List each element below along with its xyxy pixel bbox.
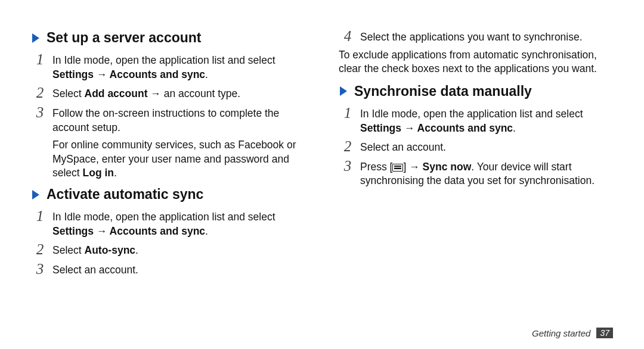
note-tail: .: [114, 167, 117, 179]
step-number: 3: [33, 105, 47, 120]
step-item: 1 In Idle mode, open the application lis…: [31, 52, 305, 83]
step-tail: .: [205, 225, 208, 237]
step-text: In Idle mode, open the application list …: [360, 108, 583, 120]
step-text: Select an account.: [52, 263, 305, 278]
step-number: 4: [341, 29, 354, 43]
step-body: In Idle mode, open the application list …: [52, 52, 305, 83]
section-heading: Synchronise data manually: [339, 82, 613, 101]
right-column: 4 Select the applications you want to sy…: [339, 29, 613, 281]
page-number-badge: 37: [596, 328, 613, 338]
step-text: Follow the on-screen instructions to com…: [52, 107, 305, 135]
step-text: Select: [52, 244, 85, 256]
step-number: 1: [33, 52, 47, 67]
menu-icon: [392, 164, 403, 172]
step-number: 2: [33, 242, 47, 257]
section-heading: Activate automatic sync: [31, 185, 305, 204]
step-item: 2 Select Add account → an account type.: [31, 85, 305, 102]
step-number: 3: [341, 158, 354, 173]
section-title: Set up a server account: [47, 29, 202, 47]
step-body: Select an account.: [360, 139, 613, 156]
section-title: Activate automatic sync: [47, 185, 203, 204]
step-tail: .: [513, 122, 516, 134]
step-text: In Idle mode, open the application list …: [52, 54, 275, 66]
left-column: Set up a server account 1 In Idle mode, …: [31, 29, 305, 281]
step-tail: → an account type.: [147, 88, 240, 99]
step-bold: Sync now: [423, 161, 472, 173]
step-text: Press [: [360, 161, 392, 173]
step-body: In Idle mode, open the application list …: [52, 208, 305, 239]
step-number: 3: [33, 261, 47, 276]
step-text: Select an account.: [360, 141, 613, 155]
step-item: 3 Press [] → Sync now. Your device will …: [339, 158, 613, 189]
chevron-right-icon: [32, 33, 39, 43]
paragraph: To exclude applications from automatic s…: [339, 48, 613, 76]
step-tail: .: [205, 68, 208, 80]
step-bold: Add account: [85, 88, 148, 99]
step-body: Select an account.: [52, 261, 305, 279]
step-number: 1: [341, 105, 354, 120]
step-body: Select Auto-sync.: [52, 242, 305, 259]
step-bold: Auto-sync: [85, 244, 136, 256]
step-body: Select the applications you want to sync…: [360, 29, 613, 46]
step-tail: .: [135, 244, 138, 256]
step-body: Follow the on-screen instructions to com…: [52, 105, 305, 136]
step-body: In Idle mode, open the application list …: [360, 105, 613, 136]
step-item: 3 Select an account.: [31, 261, 305, 279]
note-bold: Log in: [83, 167, 114, 179]
step-text: Select the applications you want to sync…: [360, 30, 613, 45]
step-item: 1 In Idle mode, open the application lis…: [339, 105, 613, 136]
step-item: 1 In Idle mode, open the application lis…: [31, 208, 305, 239]
step-text: Select: [52, 88, 85, 99]
step-bold: Settings → Accounts and sync: [52, 225, 205, 237]
step-item: 3 Follow the on-screen instructions to c…: [31, 105, 305, 136]
page-footer: Getting started 37: [532, 328, 613, 338]
step-body: Press [] → Sync now. Your device will st…: [360, 158, 613, 189]
chevron-right-icon: [32, 190, 39, 200]
step-text: In Idle mode, open the application list …: [52, 211, 275, 223]
section-heading: Set up a server account: [31, 29, 305, 47]
step-bold: Settings → Accounts and sync: [52, 68, 205, 80]
step-item: 2 Select an account.: [339, 139, 613, 156]
step-body: Select Add account → an account type.: [52, 85, 305, 102]
step-note: For online community services, such as F…: [52, 138, 305, 180]
step-item: 2 Select Auto-sync.: [31, 242, 305, 259]
step-number: 2: [33, 85, 47, 100]
step-number: 1: [33, 208, 47, 223]
step-number: 2: [341, 139, 354, 154]
section-title: Synchronise data manually: [354, 82, 532, 101]
footer-section-label: Getting started: [532, 328, 590, 338]
step-bold: Settings → Accounts and sync: [360, 122, 513, 134]
chevron-right-icon: [340, 86, 347, 96]
step-item: 4 Select the applications you want to sy…: [339, 29, 613, 46]
step-text: ] →: [403, 161, 422, 173]
